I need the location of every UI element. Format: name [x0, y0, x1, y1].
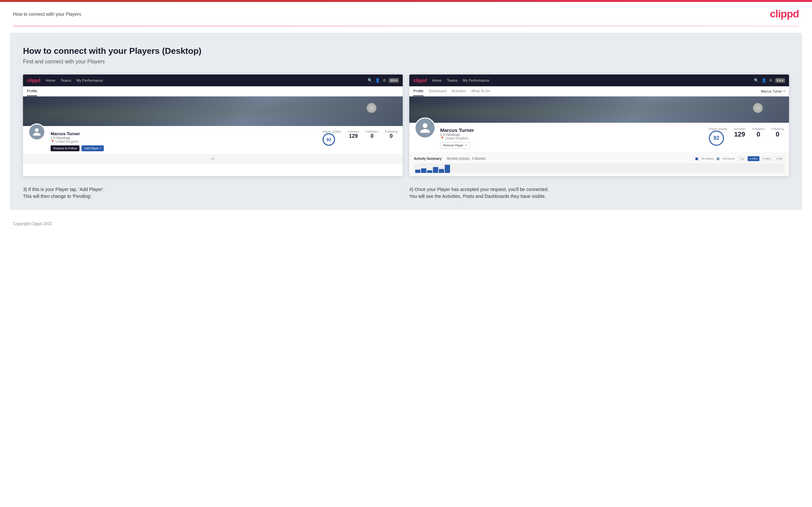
- left-stats-row: Player Quality 92 Activities 129 Followe…: [322, 130, 398, 146]
- right-nav-logo: clippd: [413, 78, 427, 83]
- right-stats-row: Player Quality 92 Activities 129 Followe…: [709, 127, 784, 146]
- screenshot-right: clippd Home Teams My Performance 🔍 👤 ⚙ E…: [409, 74, 789, 176]
- left-app-nav: clippd Home Teams My Performance 🔍 👤 ⚙ E…: [23, 74, 403, 86]
- chart-bar-3: [427, 170, 432, 173]
- right-settings-icon[interactable]: ⚙: [769, 78, 773, 83]
- search-icon[interactable]: 🔍: [367, 78, 372, 83]
- caption-left: 3) If this is your Player tap, 'Add Play…: [23, 186, 403, 200]
- right-player-handicap: 1-5 Handicap: [440, 133, 474, 136]
- location-pin-icon: 📍: [51, 140, 55, 144]
- chart-bar-6: [445, 165, 450, 173]
- add-player-button[interactable]: Add Player +: [82, 146, 104, 151]
- off-course-legend-dot: [717, 158, 719, 160]
- left-following-stat: Following 0: [385, 130, 398, 139]
- lang-selector[interactable]: EN ▾: [389, 78, 399, 83]
- chart-bar-1: [415, 170, 420, 173]
- request-follow-button[interactable]: Request to Follow: [51, 146, 80, 151]
- right-golf-banner: [409, 97, 789, 123]
- left-nav-logo: clippd: [27, 78, 40, 83]
- right-profile-section: Marcus Turner 1-5 Handicap 📍 United King…: [409, 123, 789, 153]
- copyright-text: Copyright Clippd 2022: [13, 222, 52, 226]
- left-scroll-indicator: ✏: [23, 154, 403, 164]
- settings-icon[interactable]: ⚙: [383, 78, 386, 83]
- main-heading: How to connect with your Players (Deskto…: [23, 46, 789, 56]
- right-player-location: 📍 United Kingdom: [440, 136, 474, 140]
- left-profile-section: Marcus Turner 1-5 Handicap 📍 United King…: [23, 126, 403, 154]
- page-title: How to connect with your Players: [13, 11, 81, 17]
- right-app-nav: clippd Home Teams My Performance 🔍 👤 ⚙ E…: [409, 74, 789, 86]
- left-followers-stat: Followers 0: [366, 130, 378, 139]
- right-app-tabs: Profile Dashboard Activities What To On …: [409, 86, 789, 97]
- right-activity-filters: 1 yr 6 mths 3 mths 1 mth: [738, 156, 784, 161]
- right-tab-whattoon[interactable]: What To On: [471, 86, 490, 96]
- right-profile-info: Marcus Turner 1-5 Handicap 📍 United King…: [440, 127, 474, 149]
- right-followers-stat: Followers 0: [752, 127, 765, 138]
- right-user-dropdown-icon[interactable]: ▾: [783, 90, 785, 93]
- scroll-icon: ✏: [211, 156, 215, 161]
- left-nav-teams[interactable]: Teams: [61, 78, 71, 82]
- captions-row: 3) If this is your Player tap, 'Add Play…: [23, 186, 789, 200]
- left-app-tabs: Profile: [23, 86, 403, 97]
- right-activity-title: Activity Summary: [414, 157, 442, 161]
- remove-x-icon: ✕: [465, 144, 467, 147]
- chart-bar-2: [421, 168, 426, 173]
- right-tab-dashboard[interactable]: Dashboard: [429, 86, 446, 96]
- filter-1mth[interactable]: 1 mth: [774, 156, 784, 161]
- right-avatar: [414, 117, 436, 138]
- left-tab-profile[interactable]: Profile: [27, 86, 37, 96]
- right-activity-period: Monthly Activity · 6 Months: [447, 157, 486, 161]
- caption-right-text: 4) Once your Player has accepted your re…: [409, 186, 789, 200]
- right-user-icon[interactable]: 👤: [761, 78, 766, 83]
- right-quality-stat: Player Quality 92: [709, 127, 727, 146]
- left-nav-icons: 🔍 👤 ⚙ EN ▾: [367, 78, 399, 83]
- chart-bar-4: [433, 167, 438, 173]
- main-subheading: Find and connect with your Players: [23, 59, 789, 65]
- left-player-name: Marcus Turner: [51, 131, 322, 136]
- right-tab-activities[interactable]: Activities: [452, 86, 466, 96]
- screenshot-left: clippd Home Teams My Performance 🔍 👤 ⚙ E…: [23, 74, 403, 176]
- right-nav-myperformance[interactable]: My Performance: [463, 78, 490, 82]
- left-activities-stat: Activities 129: [348, 130, 359, 139]
- right-lang-selector[interactable]: EN ▾: [775, 78, 785, 83]
- left-player-handicap: 1-5 Handicap: [51, 136, 322, 140]
- right-activity-legend: On course Off course: [695, 157, 735, 160]
- page-footer: Copyright Clippd 2022: [0, 216, 812, 231]
- caption-left-text: 3) If this is your Player tap, 'Add Play…: [23, 186, 403, 200]
- header-divider: [13, 26, 799, 26]
- screenshots-row: clippd Home Teams My Performance 🔍 👤 ⚙ E…: [23, 74, 789, 176]
- filter-6mths[interactable]: 6 mths: [748, 156, 759, 161]
- right-search-icon[interactable]: 🔍: [754, 78, 759, 83]
- left-nav-myperformance[interactable]: My Performance: [77, 78, 103, 82]
- main-content: How to connect with your Players (Deskto…: [10, 33, 802, 210]
- on-course-legend-dot: [695, 158, 698, 160]
- off-course-legend-label: Off course: [723, 157, 735, 160]
- right-following-stat: Following 0: [771, 127, 784, 138]
- chart-bar-5: [439, 169, 444, 173]
- user-icon[interactable]: 👤: [375, 78, 380, 83]
- left-player-location: 📍 United Kingdom: [51, 140, 322, 144]
- left-quality-stat: Player Quality 92: [322, 130, 341, 146]
- on-course-legend-label: On course: [701, 157, 713, 160]
- left-avatar: [28, 123, 45, 140]
- left-nav-home[interactable]: Home: [46, 78, 55, 82]
- remove-player-button[interactable]: Remove Player ✕: [440, 142, 470, 149]
- right-tab-profile[interactable]: Profile: [413, 86, 423, 96]
- right-nav-teams[interactable]: Teams: [447, 78, 458, 82]
- right-nav-home[interactable]: Home: [432, 78, 442, 82]
- right-quality-circle: 92: [709, 130, 724, 146]
- left-golf-banner: [23, 97, 403, 126]
- clippd-logo: clippd: [770, 8, 799, 20]
- right-user-name-label: Marcus Turner: [761, 90, 782, 93]
- right-player-name: Marcus Turner: [440, 127, 474, 133]
- right-nav-icons: 🔍 👤 ⚙ EN ▾: [754, 78, 785, 83]
- left-profile-info: Marcus Turner 1-5 Handicap 📍 United King…: [51, 130, 322, 151]
- filter-1yr[interactable]: 1 yr: [738, 156, 746, 161]
- right-activity-summary: Activity Summary Monthly Activity · 6 Mo…: [409, 153, 789, 176]
- caption-right: 4) Once your Player has accepted your re…: [409, 186, 789, 200]
- left-player-buttons: Request to Follow Add Player +: [51, 146, 322, 151]
- filter-3mths[interactable]: 3 mths: [761, 156, 773, 161]
- right-activities-stat: Activities 129: [734, 127, 746, 138]
- right-chart: [414, 163, 784, 173]
- left-quality-circle: 92: [322, 133, 335, 146]
- right-location-pin-icon: 📍: [440, 136, 444, 140]
